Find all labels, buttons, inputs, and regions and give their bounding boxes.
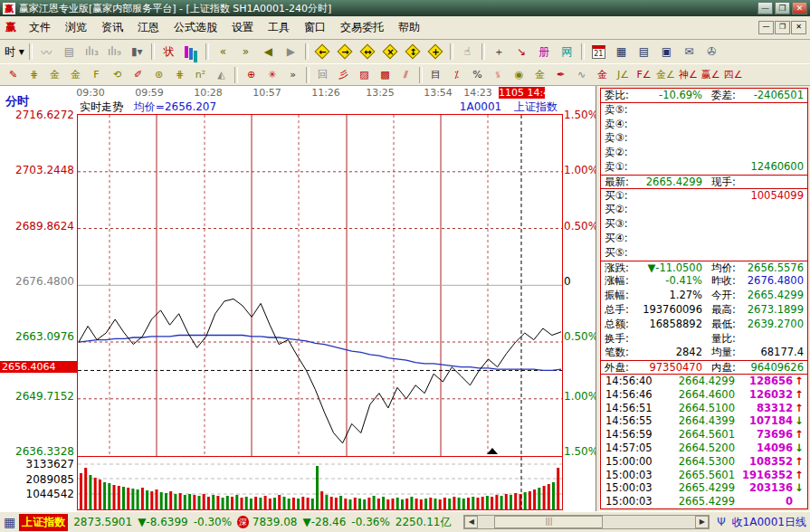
gold-angle-icon[interactable]: 金∠	[655, 66, 676, 84]
hand-icon[interactable]: ☝	[457, 42, 478, 62]
wave-icon[interactable]: ∿	[572, 66, 591, 84]
tick-row: 14:56:402664.4299128656↑	[601, 375, 807, 388]
price-chart[interactable]	[77, 114, 563, 457]
compress-icon[interactable]: ×	[380, 42, 401, 62]
period-dropdown[interactable]: 时 ▾	[4, 42, 25, 62]
info-icon[interactable]: ▤	[59, 42, 80, 62]
target-icon[interactable]: ⊕	[242, 66, 261, 84]
scroll-left-icon[interactable]: ◀	[464, 516, 478, 528]
shift-right-icon[interactable]: →	[335, 42, 356, 62]
scroll-thumb[interactable]: |||	[494, 516, 603, 528]
horizontal-scrollbar[interactable]: ◀ ||| ▶	[463, 515, 710, 529]
tick-time: 14:56:59	[605, 428, 653, 442]
scroll-right-icon[interactable]: ▶	[695, 516, 709, 528]
more-icon[interactable]: »	[283, 66, 302, 84]
prev-icon[interactable]: ◀	[258, 42, 279, 62]
quote-label: 卖④:	[605, 118, 628, 132]
gold-line-icon[interactable]: 金	[530, 66, 549, 84]
gold-ruler2-icon[interactable]: 金	[66, 66, 85, 84]
pen-ruler-icon[interactable]: ✐	[129, 66, 148, 84]
f-ruler-icon[interactable]: F	[87, 66, 106, 84]
trend-icon[interactable]: 〰	[36, 42, 57, 62]
expand-h-icon[interactable]: ↔	[357, 42, 378, 62]
menu-item-5[interactable]: 设置	[224, 18, 261, 36]
calendar-icon[interactable]: 21	[588, 42, 609, 62]
menu-item-0[interactable]: 文件	[22, 18, 58, 36]
zhuang-icon[interactable]: 状	[158, 42, 179, 62]
net-icon[interactable]: 网	[557, 42, 577, 62]
mdi-minimize-button[interactable]: —	[758, 21, 774, 34]
menu-item-4[interactable]: 公式选股	[167, 18, 224, 36]
rays-icon[interactable]: 彡	[334, 66, 353, 84]
mail-icon[interactable]: ✉	[679, 42, 700, 62]
menu-item-8[interactable]: 交易委托	[333, 18, 391, 36]
box-grid-icon[interactable]: ▩	[376, 66, 395, 84]
pct-tool-icon[interactable]: ⁒	[447, 66, 466, 84]
list-icon[interactable]: 目	[426, 66, 445, 84]
quote-label: 卖⑤:	[605, 103, 628, 118]
volume-chart[interactable]	[77, 457, 563, 510]
menu-item-6[interactable]: 工具	[261, 18, 297, 36]
colorbar-icon[interactable]	[181, 42, 202, 62]
box-rays-icon[interactable]: ▨	[355, 66, 374, 84]
candle-dropdown[interactable]: ▮▾	[127, 42, 148, 62]
grid-icon[interactable]: ▦	[4, 515, 15, 529]
sz-badge-icon[interactable]: 深	[237, 516, 249, 528]
expand-v-icon[interactable]: ↕	[403, 42, 424, 62]
bar9-icon[interactable]: ılı₉	[104, 42, 125, 62]
crosshair-icon[interactable]: ＋	[489, 42, 510, 62]
pct-line-icon[interactable]: ﹪	[489, 66, 508, 84]
mdi-restore-button[interactable]: ❐	[775, 21, 790, 34]
menu-item-9[interactable]: 帮助	[391, 18, 427, 36]
notepad-icon[interactable]: ▤	[634, 42, 654, 62]
gold-red-icon[interactable]: 金	[593, 66, 612, 84]
calculator-icon[interactable]: ▦	[611, 42, 632, 62]
menu-item-3[interactable]: 江恩	[130, 18, 167, 36]
last-page-icon[interactable]: »	[235, 42, 256, 62]
shen-angle-icon[interactable]: 神∠	[678, 66, 699, 84]
pct-icon[interactable]: %	[468, 66, 487, 84]
ying-angle-icon[interactable]: 赢∠	[700, 66, 721, 84]
f-angle-icon[interactable]: F∠	[634, 66, 653, 84]
shift-left-icon[interactable]: ←	[312, 42, 333, 62]
spiral-icon[interactable]: ⟲	[108, 66, 127, 84]
minimize-button[interactable]: —	[758, 2, 773, 14]
tick-list[interactable]: 14:56:402664.4299128656↑14:56:462664.460…	[601, 375, 807, 508]
menu-item-2[interactable]: 资讯	[94, 18, 130, 36]
j-angle-icon[interactable]: J∠	[614, 66, 633, 84]
expand-all-icon[interactable]: +	[425, 42, 446, 62]
print-icon[interactable]: ✇	[701, 42, 722, 62]
maximize-button[interactable]: ❐	[775, 2, 790, 14]
price-axis-label: 2649.7152	[0, 390, 74, 403]
time-label: 09:30	[76, 87, 105, 99]
index-badge[interactable]: 上证指数	[19, 514, 68, 531]
gold-circle-icon[interactable]: ◉	[510, 66, 529, 84]
star-icon[interactable]: ✳	[262, 66, 281, 84]
mirror-icon[interactable]: ◭	[212, 66, 231, 84]
first-page-icon[interactable]: «	[213, 42, 233, 62]
box-tool-icon[interactable]: 回	[313, 66, 332, 84]
next-icon[interactable]: ▶	[281, 42, 301, 62]
gann-pen-icon[interactable]: ✎	[4, 66, 23, 84]
si-angle-icon[interactable]: 四∠	[723, 66, 744, 84]
close-button[interactable]: ✕	[792, 2, 807, 14]
menu-item-1[interactable]: 浏览	[58, 18, 94, 36]
parallel-icon[interactable]: ⫽	[396, 66, 415, 84]
ruler2-icon[interactable]: ⋕	[170, 66, 189, 84]
quote-value: 2842	[676, 346, 702, 360]
mdi-close-button[interactable]: ✕	[791, 21, 806, 34]
n2-icon[interactable]: n²	[191, 66, 210, 84]
ruler-icon[interactable]: ⋕	[24, 66, 43, 84]
grid-window-icon[interactable]: 册	[534, 42, 555, 62]
symbol-name: 上证指数	[514, 100, 557, 113]
menu-item-7[interactable]: 窗口	[297, 18, 333, 36]
save-icon[interactable]: ▣	[656, 42, 677, 62]
pen-line-icon[interactable]: ↘	[511, 42, 532, 62]
tick-volume: 126032	[749, 388, 793, 402]
bar3-icon[interactable]: ılı₃	[81, 42, 102, 62]
pen2-icon[interactable]: ✒	[551, 66, 570, 84]
quote-value: 2676.4800	[748, 274, 804, 289]
gold-ruler-icon[interactable]: 金	[45, 66, 64, 84]
tick-time: 14:56:55	[605, 414, 653, 428]
gann-clock-icon[interactable]: ⊛	[149, 66, 168, 84]
